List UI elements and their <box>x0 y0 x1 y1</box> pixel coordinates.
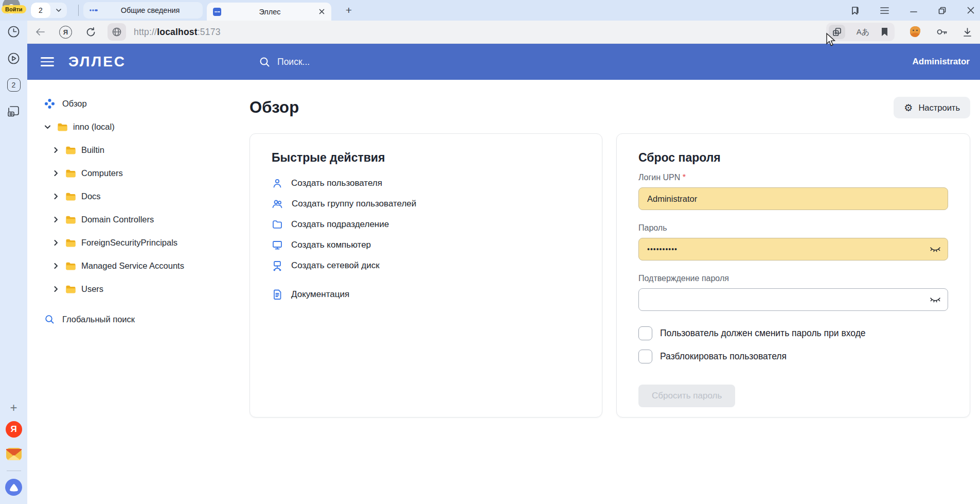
minimize-icon[interactable] <box>910 6 918 14</box>
tree-node-label[interactable]: Docs <box>80 192 101 201</box>
folder-icon <box>65 260 76 271</box>
reload-icon[interactable] <box>85 27 96 38</box>
folder-icon <box>65 191 76 202</box>
chevron-right-icon[interactable] <box>51 168 61 178</box>
action-label[interactable]: Создать подразделение <box>291 219 389 230</box>
tab-elles[interactable]: Эллес <box>207 3 331 21</box>
action-create-computer[interactable]: Создать компьютер <box>272 235 580 255</box>
screenshot-icon[interactable] <box>7 105 21 118</box>
action-label[interactable]: Создать компьютер <box>291 240 371 250</box>
back-icon[interactable] <box>34 26 46 38</box>
login-badge[interactable]: Войти <box>2 5 26 13</box>
app-header: ЭЛЛЕС Поиск... Administrator <box>27 44 980 80</box>
folder-icon <box>65 237 76 248</box>
tree-node-label[interactable]: Domain Controllers <box>80 215 154 224</box>
close-icon[interactable] <box>967 6 975 14</box>
action-label[interactable]: Документация <box>291 289 349 300</box>
chevron-right-icon[interactable] <box>51 192 61 201</box>
tab-close-icon[interactable] <box>318 8 325 15</box>
password-label: Пароль <box>638 223 948 234</box>
duplicate-tab-icon[interactable] <box>829 25 845 39</box>
browser-side-rail: 2 + Я <box>0 21 27 504</box>
tab-general-info[interactable]: Общие сведения <box>83 2 203 19</box>
tree-node-foreign-security-principals[interactable]: ForeignSecurityPrincipals <box>27 231 234 254</box>
current-user[interactable]: Administrator <box>913 57 980 67</box>
tab-favicon <box>90 6 98 14</box>
profile-button[interactable]: Войти <box>3 0 23 20</box>
tab-title[interactable]: Общие сведения <box>104 6 197 14</box>
action-create-user-group[interactable]: Создать группу пользователей <box>272 194 580 214</box>
mail-icon[interactable] <box>5 445 23 463</box>
must-change-password-checkbox[interactable] <box>638 326 652 340</box>
search-icon <box>44 314 55 325</box>
rail-add-icon[interactable]: + <box>10 402 17 413</box>
tree-node-domain-root[interactable]: inno (local) <box>27 115 234 138</box>
quick-actions-title: Быстрые действия <box>272 149 580 166</box>
tree-node-domain-controllers[interactable]: Domain Controllers <box>27 208 234 231</box>
history-icon[interactable] <box>7 25 21 39</box>
action-label[interactable]: Создать сетевой диск <box>291 260 380 271</box>
chevron-right-icon[interactable] <box>51 145 61 155</box>
must-change-password-option: Пользователь должен сменить пароль при в… <box>638 324 948 342</box>
tab-count[interactable]: 2 <box>31 3 50 18</box>
url-field[interactable]: http://localhost:5173 <box>108 23 221 41</box>
folder-icon <box>65 284 76 294</box>
tree-node-label[interactable]: Builtin <box>80 145 104 155</box>
alice-assistant-icon[interactable] <box>5 479 22 496</box>
tree-node-label[interactable]: Computers <box>80 168 123 178</box>
address-bar: Я http://localhost:5173 Aあ <box>27 21 980 44</box>
app-menu-icon[interactable] <box>41 57 54 66</box>
chevron-down-icon[interactable] <box>43 122 52 132</box>
search-placeholder: Поиск... <box>277 57 310 67</box>
tree-node-managed-service-accounts[interactable]: Managed Service Accounts <box>27 254 234 277</box>
chevron-right-icon[interactable] <box>51 284 61 294</box>
download-icon[interactable] <box>962 27 973 38</box>
sidebar-item-overview[interactable]: Обзор <box>27 92 234 115</box>
yandex-app-icon[interactable]: Я <box>6 421 22 438</box>
site-globe-icon[interactable] <box>108 23 126 41</box>
chevron-right-icon[interactable] <box>51 238 61 248</box>
tree-node-label[interactable]: Managed Service Accounts <box>80 261 184 271</box>
tree-node-computers[interactable]: Computers <box>27 162 234 185</box>
action-label[interactable]: Создать пользователя <box>291 178 382 188</box>
bookmarks-panel-icon[interactable] <box>850 6 860 15</box>
action-create-ou[interactable]: Создать подразделение <box>272 214 580 235</box>
login-upn-input[interactable] <box>638 187 948 210</box>
configure-button[interactable]: ⚙ Настроить <box>894 97 970 118</box>
tab-title[interactable]: Эллес <box>227 8 312 16</box>
tree-node-label[interactable]: inno (local) <box>72 122 115 132</box>
action-create-network-drive[interactable]: Создать сетевой диск <box>272 255 580 276</box>
tree-node-label[interactable]: ForeignSecurityPrincipals <box>80 238 177 248</box>
tabs-panel-icon[interactable]: 2 <box>7 78 21 92</box>
password-input[interactable] <box>638 238 948 260</box>
reset-password-button[interactable]: Сбросить пароль <box>638 385 735 407</box>
rail-divider <box>7 471 21 471</box>
chevron-right-icon[interactable] <box>51 215 61 224</box>
action-documentation[interactable]: Документация <box>272 284 580 305</box>
maximize-icon[interactable] <box>938 6 947 15</box>
tree-node-builtin[interactable]: Builtin <box>27 138 234 162</box>
browser-menu-icon[interactable] <box>880 7 889 14</box>
tree-node-label[interactable]: Users <box>80 284 103 294</box>
tab-counter[interactable]: 2 <box>31 3 67 18</box>
unlock-user-option: Разблокировать пользователя <box>638 347 948 365</box>
toggle-password-visibility-button[interactable] <box>929 294 942 305</box>
sidebar-item-global-search[interactable]: Глобальный поиск <box>27 308 234 331</box>
url-text[interactable]: http://localhost:5173 <box>134 27 221 38</box>
action-label[interactable]: Создать группу пользователей <box>292 199 416 209</box>
tree-node-users[interactable]: Users <box>27 277 234 301</box>
app-search-input[interactable]: Поиск... <box>259 56 310 68</box>
media-play-icon[interactable] <box>7 51 21 65</box>
yandex-home-icon[interactable]: Я <box>59 26 72 39</box>
chevron-right-icon[interactable] <box>51 261 61 271</box>
new-tab-button[interactable]: + <box>341 2 357 19</box>
confirm-password-input[interactable] <box>638 288 948 311</box>
password-manager-icon[interactable] <box>936 26 948 38</box>
bookmark-icon[interactable] <box>881 27 888 37</box>
translate-icon[interactable]: Aあ <box>857 27 869 37</box>
toggle-password-visibility-button[interactable] <box>929 244 942 255</box>
tree-node-docs[interactable]: Docs <box>27 185 234 208</box>
unlock-user-checkbox[interactable] <box>638 350 652 363</box>
action-create-user[interactable]: Создать пользователя <box>272 173 580 194</box>
extension-icon[interactable] <box>908 25 922 39</box>
